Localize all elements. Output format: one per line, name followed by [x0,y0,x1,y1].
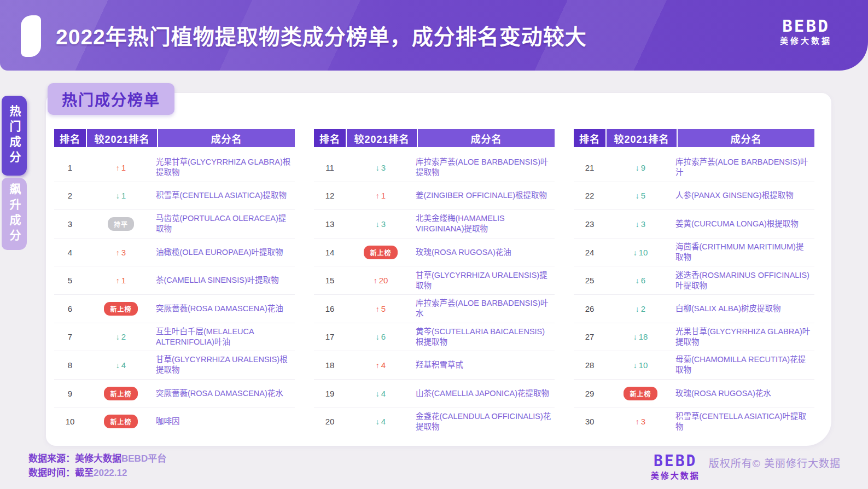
sidebar-tab-rising-ingredients[interactable]: 飙升成分 [2,178,27,250]
rank-cell: 1 [54,163,86,172]
ingredient-name: 甘草(GLYCYRRHIZA URALENSIS)根提取物 [156,354,295,375]
column-header-change: 较2021排名 [87,129,157,147]
table-row: 17↓6黄芩(SCUTELLARIA BAICALENSIS)根提取物 [314,323,555,352]
ranking-table-3: 排名 较2021排名 成分名 21↓9库拉索芦荟(ALOE BARBADENSI… [574,129,814,435]
rank-up-indicator: ↑4 [376,360,386,370]
sidebar-tab-hot-ingredients[interactable]: 热门成分 [2,96,27,176]
table-row: 22↓5人参(PANAX GINSENG)根提取物 [574,182,814,211]
ingredient-name: 山茶(CAMELLIA JAPONICA)花提取物 [416,388,555,399]
rank-change-cell: ↓10 [605,360,675,370]
footer-brand-logo-text: BEBD [651,453,700,469]
ingredient-name: 玫瑰(ROSA RUGOSA)花水 [675,388,814,399]
new-entry-badge: 新上榜 [104,302,137,316]
table-row: 28↓10母菊(CHAMOMILLA RECUTITA)花提取物 [574,351,814,380]
rank-cell: 21 [574,163,605,172]
rank-down-indicator: ↓4 [116,360,126,370]
rank-cell: 20 [314,417,346,426]
rank-change-cell: 新上榜 [86,302,156,316]
down-arrow-icon: ↓ [376,164,380,172]
ingredient-name: 白柳(SALIX ALBA)树皮提取物 [675,304,814,314]
down-arrow-icon: ↓ [376,220,380,229]
down-arrow-icon: ↓ [376,333,380,341]
rank-cell: 19 [314,389,346,398]
ingredient-name: 互生叶白千层(MELALEUCA ALTERNIFOLIA)叶油 [156,327,295,347]
rank-cell: 25 [574,276,605,285]
table-row: 30↑3积雪草(CENTELLA ASIATICA)叶提取物 [574,408,814,435]
page-title: 2022年热门植物提取物类成分榜单，成分排名变动较大 [56,20,587,50]
down-arrow-icon: ↓ [633,361,637,370]
ranking-table-2: 排名 较2021排名 成分名 11↓3库拉索芦荟(ALOE BARBADENSI… [314,129,555,435]
rank-change-cell: ↓10 [605,248,675,257]
rank-change-cell: ↑1 [346,191,416,200]
rank-up-indicator: ↑1 [116,163,126,172]
ingredient-name: 库拉索芦荟(ALOE BARBADENSIS)叶水 [416,298,555,319]
down-arrow-icon: ↓ [376,417,380,426]
table-body: 11↓3库拉索芦荟(ALOE BARBADENSIS)叶提取物12↑1姜(ZIN… [314,147,555,435]
up-arrow-icon: ↑ [116,276,120,285]
table-body: 21↓9库拉索芦荟(ALOE BARBADENSIS)叶汁22↓5人参(PANA… [574,147,814,435]
new-entry-badge: 新上榜 [104,415,137,428]
table-header: 排名 较2021排名 成分名 [574,129,814,147]
rank-cell: 27 [574,332,605,341]
ingredient-name: 库拉索芦荟(ALOE BARBADENSIS)叶汁 [675,157,814,178]
rank-change-cell: ↓3 [605,219,675,229]
ingredient-name: 海茴香(CRITHMUM MARITIMUM)提取物 [675,242,814,263]
down-arrow-icon: ↓ [636,220,639,229]
rank-cell: 11 [314,163,346,172]
up-arrow-icon: ↑ [376,361,380,370]
rank-down-indicator: ↓2 [636,304,645,313]
rank-change-cell: ↓5 [605,191,675,200]
footer-brand-logo: BEBD 美修大数据 [651,453,700,482]
rank-up-indicator: ↑3 [636,417,645,426]
rank-change-cell: 新上榜 [605,387,675,400]
rank-cell: 8 [54,360,86,370]
rank-down-indicator: ↓4 [376,417,386,426]
table-row: 7↓2互生叶白千层(MELALEUCA ALTERNIFOLIA)叶油 [54,323,295,352]
table-row: 10新上榜咖啡因 [54,408,295,435]
table-row: 27↓18光果甘草(GLYCYRRHIZA GLABRA)叶提取物 [574,323,814,352]
ingredient-name: 马齿苋(PORTULACA OLERACEA)提取物 [156,213,295,234]
rank-up-indicator: ↑1 [376,191,386,200]
rank-change-cell: ↑3 [86,248,156,257]
rank-change-cell: ↓4 [346,417,416,426]
copyright-text: 版权所有© 美丽修行大数据 [709,453,841,470]
rank-cell: 26 [574,304,605,313]
rank-cell: 17 [314,332,346,341]
down-arrow-icon: ↓ [633,333,637,341]
ingredient-name: 北美金缕梅(HAMAMELIS VIRGINIANA)提取物 [416,213,555,234]
ingredient-name: 突厥蔷薇(ROSA DAMASCENA)花水 [156,388,295,399]
table-row: 11↓3库拉索芦荟(ALOE BARBADENSIS)叶提取物 [314,154,555,182]
ingredient-name: 黄芩(SCUTELLARIA BAICALENSIS)根提取物 [416,327,555,347]
table-row: 19↓4山茶(CAMELLIA JAPONICA)花提取物 [314,380,555,408]
column-header-rank: 排名 [574,129,605,147]
rank-change-cell: 新上榜 [346,246,416,259]
footer-data-source: 数据来源：美修大数据BEBD平台 数据时间：截至2022.12 [28,452,166,480]
ingredient-name: 姜(ZINGIBER OFFICINALE)根提取物 [416,190,555,201]
table-row: 15↑20甘草(GLYCYRRHIZA URALENSIS)提取物 [314,266,555,295]
footer-brand-logo-subtext: 美修大数据 [651,469,700,482]
rank-cell: 16 [314,304,346,313]
table-row: 26↓2白柳(SALIX ALBA)树皮提取物 [574,295,814,323]
column-header-name: 成分名 [418,129,555,147]
table-row: 6新上榜突厥蔷薇(ROSA DAMASCENA)花油 [54,295,295,323]
rank-cell: 29 [574,389,605,398]
ingredient-name: 突厥蔷薇(ROSA DAMASCENA)花油 [156,304,295,314]
ingredient-name: 金盏花(CALENDULA OFFICINALIS)花提取物 [416,411,555,432]
data-source-line: 数据来源：美修大数据BEBD平台 [28,452,166,466]
table-row: 20↓4金盏花(CALENDULA OFFICINALIS)花提取物 [314,408,555,435]
up-arrow-icon: ↑ [116,248,120,257]
ranking-tables: 排名 较2021排名 成分名 1↑1光果甘草(GLYCYRRHIZA GLABR… [54,129,815,435]
table-row: 3持平马齿苋(PORTULACA OLERACEA)提取物 [54,210,295,238]
table-row: 13↓3北美金缕梅(HAMAMELIS VIRGINIANA)提取物 [314,210,555,238]
down-arrow-icon: ↓ [636,276,639,285]
rank-down-indicator: ↓1 [116,191,126,200]
rank-down-indicator: ↓6 [376,332,386,341]
ingredient-name: 母菊(CHAMOMILLA RECUTITA)花提取物 [675,354,814,375]
table-row: 9新上榜突厥蔷薇(ROSA DAMASCENA)花水 [54,380,295,408]
down-arrow-icon: ↓ [116,333,120,341]
rank-change-cell: ↓4 [346,389,416,398]
section-title-badge: 热门成分榜单 [48,83,174,115]
table-row: 8↓4甘草(GLYCYRRHIZA URALENSIS)根提取物 [54,351,295,380]
rank-change-cell: ↓4 [86,360,156,370]
ingredient-name: 人参(PANAX GINSENG)根提取物 [675,190,814,201]
